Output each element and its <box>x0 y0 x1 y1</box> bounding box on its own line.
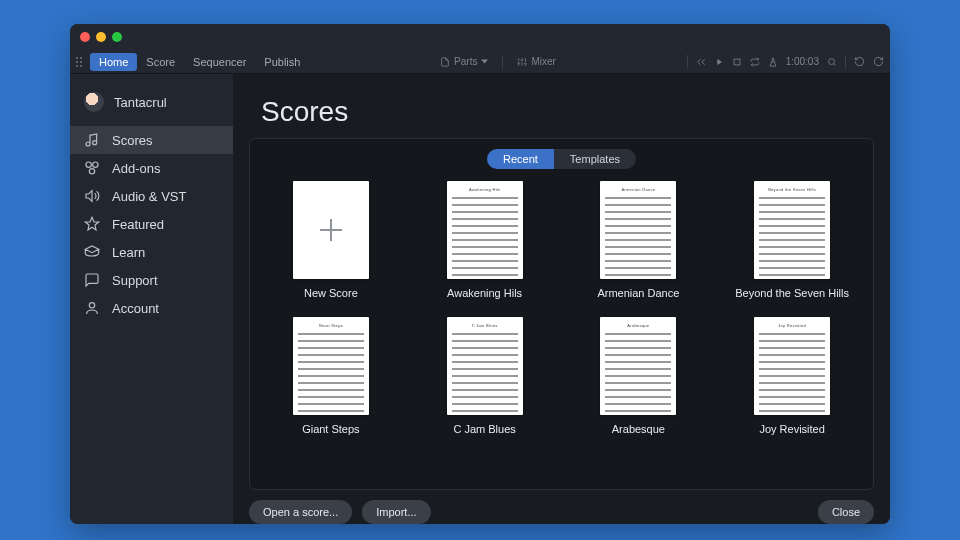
svg-point-3 <box>93 162 98 167</box>
star-icon <box>84 216 100 232</box>
transport-controls: 1:00:03 <box>687 55 884 69</box>
score-label: C Jam Blues <box>453 423 515 435</box>
scores-panel: RecentTemplates New ScoreAwakening HilsA… <box>249 138 874 490</box>
sidebar-item-add-ons[interactable]: Add-ons <box>70 154 233 182</box>
document-icon <box>440 57 450 67</box>
open-score-button[interactable]: Open a score... <box>249 500 352 524</box>
tab-bar: RecentTemplates <box>268 149 855 169</box>
sidebar-item-support[interactable]: Support <box>70 266 233 294</box>
rewind-icon[interactable] <box>696 57 706 67</box>
score-card[interactable]: Giant StepsGiant Steps <box>293 317 369 435</box>
score-label: Arabesque <box>612 423 665 435</box>
score-label: Armenian Dance <box>597 287 679 299</box>
score-label: Giant Steps <box>302 423 359 435</box>
score-card[interactable]: Joy RevisitedJoy Revisited <box>754 317 830 435</box>
sidebar-item-label: Featured <box>112 217 164 232</box>
score-thumb: Arabesque <box>600 317 676 415</box>
svg-point-5 <box>89 303 94 308</box>
sidebar-item-label: Account <box>112 301 159 316</box>
page-title: Scores <box>233 74 890 138</box>
menu-home[interactable]: Home <box>90 53 137 71</box>
stop-icon[interactable] <box>732 57 742 67</box>
close-button[interactable]: Close <box>818 500 874 524</box>
score-label: Beyond the Seven Hills <box>735 287 849 299</box>
menu-score[interactable]: Score <box>137 53 184 71</box>
metronome-icon[interactable] <box>768 57 778 67</box>
zoom-icon[interactable] <box>827 57 837 67</box>
svg-rect-0 <box>734 59 740 65</box>
support-icon <box>84 272 100 288</box>
score-card[interactable]: New Score <box>293 181 369 299</box>
window-close-icon[interactable] <box>80 32 90 42</box>
drag-grip-icon[interactable] <box>76 57 86 67</box>
score-thumb: Joy Revisited <box>754 317 830 415</box>
new-score-thumb <box>293 181 369 279</box>
svg-point-1 <box>829 58 835 64</box>
footer-actions: Open a score... Import... Close <box>233 490 890 524</box>
sidebar-item-label: Learn <box>112 245 145 260</box>
chevron-down-icon <box>481 58 488 65</box>
loop-icon[interactable] <box>750 57 760 67</box>
svg-point-2 <box>86 162 91 167</box>
time-display: 1:00:03 <box>786 56 819 67</box>
account-icon <box>84 300 100 316</box>
main-content: Scores RecentTemplates New ScoreAwakenin… <box>233 74 890 524</box>
parts-label: Parts <box>454 56 477 67</box>
score-label: New Score <box>304 287 358 299</box>
sidebar-item-label: Support <box>112 273 158 288</box>
sliders-icon <box>517 57 527 67</box>
tab-templates[interactable]: Templates <box>554 149 636 169</box>
tab-recent[interactable]: Recent <box>487 149 554 169</box>
score-thumb: Awakening Hils <box>447 181 523 279</box>
score-card[interactable]: Armenian DanceArmenian Dance <box>597 181 679 299</box>
score-thumb: Armenian Dance <box>600 181 676 279</box>
score-card[interactable]: ArabesqueArabesque <box>600 317 676 435</box>
sidebar-item-account[interactable]: Account <box>70 294 233 322</box>
undo-icon[interactable] <box>854 56 865 67</box>
score-card[interactable]: Awakening HilsAwakening Hils <box>447 181 523 299</box>
sidebar-item-label: Audio & VST <box>112 189 186 204</box>
sidebar-item-label: Scores <box>112 133 152 148</box>
avatar <box>84 92 104 112</box>
titlebar <box>70 24 890 50</box>
sidebar-item-scores[interactable]: Scores <box>70 126 233 154</box>
sidebar-item-audio-vst[interactable]: Audio & VST <box>70 182 233 210</box>
score-thumb: C Jam Blues <box>447 317 523 415</box>
menubar: HomeScoreSequencerPublish Parts Mixer 1:… <box>70 50 890 74</box>
sidebar-item-label: Add-ons <box>112 161 160 176</box>
score-thumb: Giant Steps <box>293 317 369 415</box>
score-label: Joy Revisited <box>759 423 824 435</box>
app-window: HomeScoreSequencerPublish Parts Mixer 1:… <box>70 24 890 524</box>
redo-icon[interactable] <box>873 56 884 67</box>
window-minimize-icon[interactable] <box>96 32 106 42</box>
music-icon <box>84 132 100 148</box>
user-profile[interactable]: Tantacrul <box>70 86 233 126</box>
sidebar-item-featured[interactable]: Featured <box>70 210 233 238</box>
menu-sequencer[interactable]: Sequencer <box>184 53 255 71</box>
score-card[interactable]: C Jam BluesC Jam Blues <box>447 317 523 435</box>
sidebar: Tantacrul ScoresAdd-onsAudio & VSTFeatur… <box>70 74 233 524</box>
scores-grid: New ScoreAwakening HilsAwakening HilsArm… <box>268 181 855 435</box>
learn-icon <box>84 244 100 260</box>
svg-point-4 <box>89 169 94 174</box>
window-zoom-icon[interactable] <box>112 32 122 42</box>
score-label: Awakening Hils <box>447 287 522 299</box>
sidebar-item-learn[interactable]: Learn <box>70 238 233 266</box>
menu-publish[interactable]: Publish <box>255 53 309 71</box>
audio-icon <box>84 188 100 204</box>
user-name: Tantacrul <box>114 95 167 110</box>
addon-icon <box>84 160 100 176</box>
mixer-label: Mixer <box>531 56 555 67</box>
center-controls: Parts Mixer <box>434 54 562 69</box>
score-thumb: Beyond the Seven Hills <box>754 181 830 279</box>
import-button[interactable]: Import... <box>362 500 430 524</box>
score-card[interactable]: Beyond the Seven HillsBeyond the Seven H… <box>735 181 849 299</box>
parts-dropdown[interactable]: Parts <box>434 54 494 69</box>
play-icon[interactable] <box>714 57 724 67</box>
plus-icon <box>320 219 342 241</box>
mixer-button[interactable]: Mixer <box>511 54 561 69</box>
